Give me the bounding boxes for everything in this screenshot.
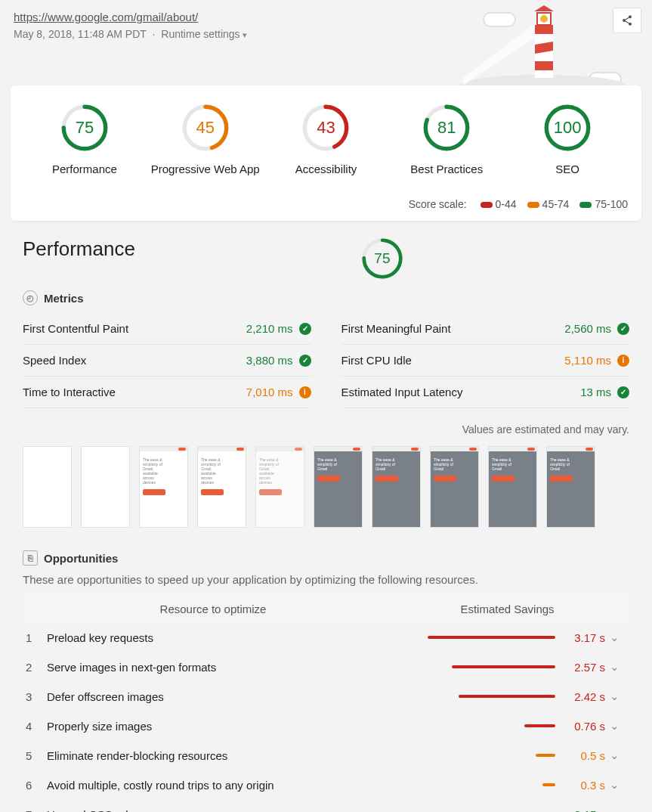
chevron-down-icon[interactable]: ⌄ [605,748,623,762]
score-seo[interactable]: 100 SEO [507,104,628,175]
filmstrip-frame: The ease &simplicity ofGmail [488,446,537,528]
opp-value: 0.3 s [563,779,605,792]
opp-index: 1 [26,631,47,644]
status-green-icon: ✓ [299,355,311,367]
score-label: SEO [507,163,628,175]
runtime-settings-toggle[interactable]: Runtime settings ▾ [161,28,247,40]
performance-section: Performance 75 ◴ Metrics First Contentfu… [0,221,652,812]
status-orange-icon: i [617,355,629,367]
score-performance[interactable]: 75 Performance [24,104,145,175]
metric-value: 7,010 msi [246,386,311,398]
metric-name: First CPU Idle [341,354,412,367]
score-label: Best Practices [386,163,507,175]
svg-rect-5 [535,61,553,70]
opportunities-description: These are opportunities to speed up your… [23,573,629,586]
status-green-icon: ✓ [299,323,311,335]
opportunity-row[interactable]: 4 Properly size images 0.76 s ⌄ [23,711,629,741]
metrics-subheading: ◴ Metrics [23,290,629,305]
metric-name: First Contentful Paint [23,322,128,335]
filmstrip-frame: The ease &simplicity ofGmail,availableac… [197,446,246,528]
metric-name: Estimated Input Latency [341,386,463,398]
scale-label: Score scale: [409,198,467,210]
chevron-down-icon[interactable]: ⌄ [605,660,623,674]
opp-index: 6 [26,779,47,792]
opportunity-row[interactable]: 5 Eliminate render-blocking resources 0.… [23,741,629,770]
score-label: Progressive Web App [145,163,266,175]
filmstrip-frame [23,446,72,528]
metric-row[interactable]: Estimated Input Latency 13 ms✓ [341,377,630,408]
gauge: 45 [181,104,230,152]
scale-range: 0-44 [496,198,517,210]
scale-range: 45-74 [542,198,570,210]
stopwatch-icon: ◴ [23,290,38,305]
score-label: Accessibility [266,163,387,175]
opportunity-row[interactable]: 7 Unused CSS rules 0.15 s ⌄ [23,800,629,812]
report-header: https://www.google.com/gmail/about/ May … [0,0,652,85]
metric-value: 5,110 msi [564,354,629,367]
runtime-label: Runtime settings [161,28,239,40]
opp-value: 2.57 s [563,661,605,674]
cloud-decoration [483,12,516,27]
opp-index: 2 [26,661,47,674]
filmstrip-frame: The ease &simplicity ofGmail [546,446,595,528]
opportunities-icon: ⎘ [23,550,38,566]
metric-row[interactable]: Time to Interactive 7,010 msi [23,377,311,408]
gauge: 81 [422,104,471,152]
score-best-practices[interactable]: 81 Best Practices [386,104,507,175]
score-progressive-web-app[interactable]: 45 Progressive Web App [145,104,266,175]
opp-bar [373,754,555,757]
opportunity-row[interactable]: 6 Avoid multiple, costly round trips to … [23,770,629,800]
chevron-down-icon[interactable]: ⌄ [605,807,623,812]
gauge: 75 [60,104,109,152]
section-title-performance: Performance [23,237,135,261]
col-resource: Resource to optimize [32,603,394,615]
opp-index: 5 [26,749,47,762]
opportunity-row[interactable]: 2 Serve images in next-gen formats 2.57 … [23,652,629,682]
metric-row[interactable]: Speed Index 3,880 ms✓ [23,345,311,377]
tested-url[interactable]: https://www.google.com/gmail/about/ [14,11,638,23]
report-meta: May 8, 2018, 11:48 AM PDT · Runtime sett… [14,28,638,40]
chevron-down-icon[interactable]: ⌄ [605,631,623,644]
scale-range: 75-100 [595,198,628,210]
opp-bar [373,665,555,668]
opp-name: Defer offscreen images [47,690,373,703]
chevron-down-icon[interactable]: ⌄ [605,690,623,703]
score-accessibility[interactable]: 43 Accessibility [266,104,387,175]
scale-pill-red [481,202,493,208]
opp-value: 2.42 s [563,690,605,703]
opp-name: Avoid multiple, costly round trips to an… [47,779,373,792]
svg-rect-4 [535,42,553,54]
metrics-note: Values are estimated and may vary. [23,423,629,435]
opp-index: 7 [26,808,47,813]
opportunities-table-header: Resource to optimize Estimated Savings [23,595,629,623]
cloud-decoration [589,72,622,85]
scale-pill-green [579,202,592,208]
chevron-down-icon[interactable]: ⌄ [605,719,623,733]
opportunity-row[interactable]: 3 Defer offscreen images 2.42 s ⌄ [23,682,629,711]
col-savings: Estimated Savings [394,603,620,615]
metric-name: Time to Interactive [23,386,116,398]
opportunity-row[interactable]: 1 Preload key requests 3.17 s ⌄ [23,623,629,652]
filmstrip-frame [81,446,130,528]
opp-name: Unused CSS rules [47,808,373,813]
status-green-icon: ✓ [617,323,629,335]
opp-bar [373,724,555,727]
scores-summary-card: 75 Performance 45 Progressive Web App 43… [11,85,641,221]
score-label: Performance [24,163,145,175]
filmstrip-frame: The ease &simplicity ofGmail,availableac… [255,446,304,528]
opp-value: 3.17 s [563,631,605,644]
opp-value: 0.76 s [563,720,605,733]
opp-bar [373,783,555,786]
chevron-down-icon[interactable]: ⌄ [605,778,623,792]
share-button[interactable] [613,8,641,33]
metric-row[interactable]: First Contentful Paint 2,210 ms✓ [23,313,311,345]
metric-value: 13 ms✓ [580,386,629,398]
metric-name: First Meaningful Paint [341,322,451,335]
opp-value: 0.5 s [563,749,605,762]
share-icon [621,14,633,26]
score-scale-legend: Score scale: 0-4445-7475-100 [24,198,628,210]
metric-row[interactable]: First CPU Idle 5,110 msi [341,345,630,377]
chevron-down-icon: ▾ [243,30,247,39]
opp-bar [373,695,555,698]
metric-row[interactable]: First Meaningful Paint 2,560 ms✓ [341,313,630,345]
